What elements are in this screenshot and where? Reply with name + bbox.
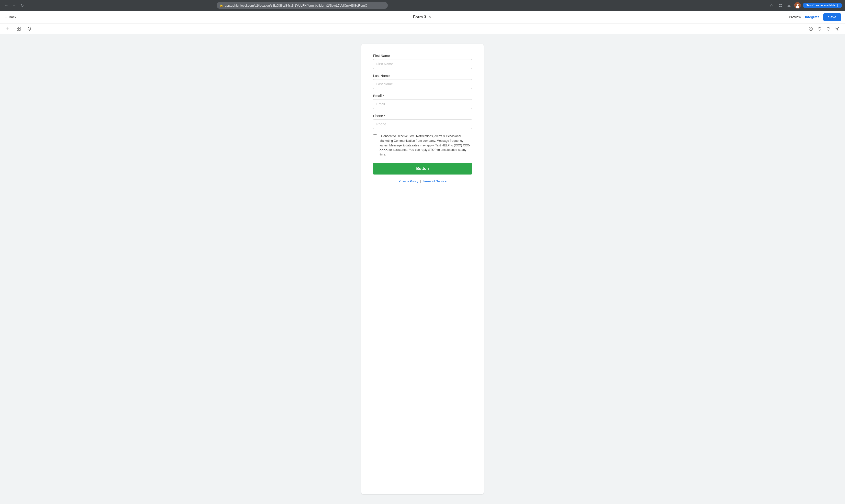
form-card: First Name Last Name Email * Phone * I C…	[361, 44, 484, 494]
email-field-group: Email *	[373, 94, 472, 109]
svg-rect-13	[19, 29, 20, 31]
star-button[interactable]: ☆	[768, 2, 775, 9]
browser-nav-buttons: ← → ↻	[3, 2, 25, 9]
form-title-area: Form 3 ✎	[413, 15, 432, 20]
consent-checkbox[interactable]	[373, 134, 377, 138]
last-name-input[interactable]	[373, 79, 472, 89]
email-label: Email *	[373, 94, 472, 98]
svg-rect-4	[788, 6, 790, 6]
svg-rect-11	[19, 27, 20, 29]
first-name-input[interactable]	[373, 59, 472, 69]
browser-actions: ☆ New Chrome available ⋮	[768, 2, 842, 9]
svg-rect-1	[780, 4, 782, 5]
lock-icon: 🔒	[219, 4, 223, 7]
history-button[interactable]	[807, 25, 815, 33]
phone-field-group: Phone *	[373, 114, 472, 129]
form-title-text: Form 3	[413, 15, 426, 19]
toolbar-right	[807, 25, 841, 33]
add-element-button[interactable]	[4, 25, 12, 33]
privacy-policy-link[interactable]: Privacy Policy	[398, 179, 418, 183]
app-header: ← Back Form 3 ✎ Preview Integrate Save	[0, 11, 845, 23]
email-input[interactable]	[373, 99, 472, 109]
address-bar[interactable]: 🔒 app.gohighlevel.com/v2/location/z3iaOS…	[217, 2, 388, 9]
consent-text: I Consent to Receive SMS Notifications, …	[379, 134, 472, 157]
back-nav-button[interactable]: ←	[3, 2, 10, 9]
url-text: app.gohighlevel.com/v2/location/z3iaOSKz…	[225, 4, 385, 7]
svg-rect-3	[780, 6, 782, 7]
downloads-button[interactable]	[786, 2, 792, 9]
integrate-button[interactable]: Integrate	[805, 15, 819, 19]
redo-button[interactable]	[825, 25, 832, 33]
submit-button[interactable]: Button	[373, 163, 472, 175]
svg-rect-12	[17, 29, 18, 31]
svg-rect-0	[779, 4, 780, 5]
back-button[interactable]: ← Back	[4, 15, 16, 19]
avatar-image	[794, 2, 801, 8]
preview-button[interactable]: Preview	[789, 15, 801, 19]
consent-row: I Consent to Receive SMS Notifications, …	[373, 134, 472, 157]
phone-input[interactable]	[373, 119, 472, 129]
undo-button[interactable]	[816, 25, 824, 33]
terms-of-service-link[interactable]: Terms of Service	[423, 179, 447, 183]
edit-title-button[interactable]: ✎	[428, 15, 432, 20]
settings-button[interactable]	[833, 25, 841, 33]
notification-button[interactable]	[25, 25, 33, 33]
toolbar	[0, 23, 845, 34]
svg-rect-2	[779, 6, 780, 7]
profile-avatar[interactable]	[794, 2, 801, 8]
back-arrow-icon: ←	[4, 15, 7, 19]
svg-point-15	[837, 28, 838, 29]
first-name-field-group: First Name	[373, 54, 472, 69]
svg-rect-10	[17, 27, 18, 29]
reload-button[interactable]: ↻	[19, 2, 25, 9]
first-name-label: First Name	[373, 54, 472, 58]
toolbar-left	[4, 25, 33, 33]
save-button[interactable]: Save	[823, 13, 841, 21]
menu-dots-icon: ⋮	[836, 4, 839, 7]
forward-nav-button[interactable]: →	[11, 2, 18, 9]
main-canvas: First Name Last Name Email * Phone * I C…	[0, 34, 845, 504]
last-name-label: Last Name	[373, 74, 472, 78]
svg-point-7	[796, 6, 799, 8]
phone-label: Phone *	[373, 114, 472, 118]
footer-links: Privacy Policy | Terms of Service	[373, 179, 472, 183]
browser-chrome: ← → ↻ 🔒 app.gohighlevel.com/v2/location/…	[0, 0, 845, 11]
extension-button[interactable]	[777, 2, 784, 9]
svg-point-6	[796, 4, 798, 6]
header-actions: Preview Integrate Save	[789, 13, 841, 21]
link-separator: |	[420, 179, 421, 183]
new-chrome-button[interactable]: New Chrome available ⋮	[803, 3, 842, 8]
last-name-field-group: Last Name	[373, 74, 472, 89]
layout-button[interactable]	[15, 25, 22, 33]
